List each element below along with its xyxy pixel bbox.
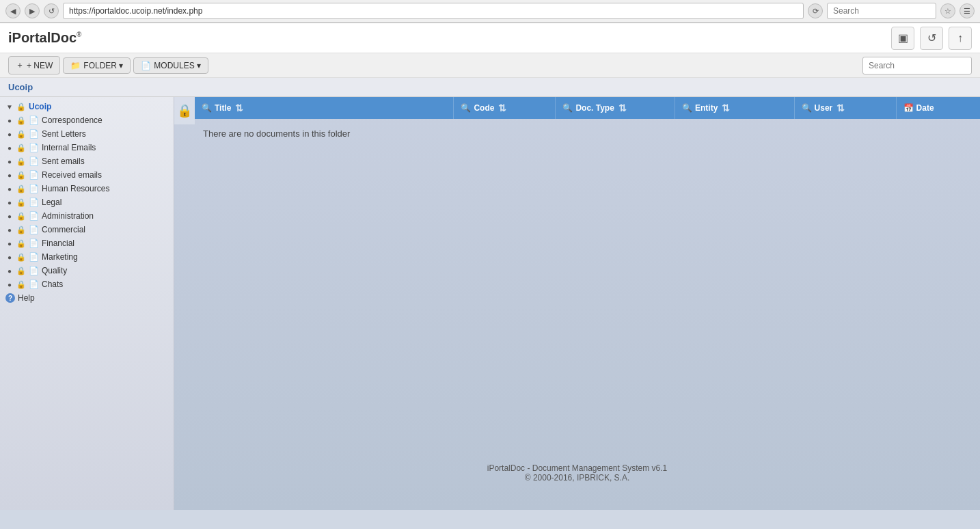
lock-icon-legal: 🔒 (16, 198, 26, 207)
lock-icon-commercial: 🔒 (16, 226, 26, 234)
sidebar-label-received-emails: Received emails (42, 170, 102, 180)
expand-icon-commercial: ● (5, 226, 14, 234)
expand-icon-chats: ● (5, 280, 14, 288)
search-icon-doc-type: 🔍 (562, 103, 573, 113)
sidebar-label-commercial: Commercial (42, 225, 85, 234)
content-area: 🔒 🔍 Title ⇅ 🔍 Code ⇅ 🔍 Doc. Type ⇅ (174, 97, 980, 510)
sidebar-item-correspondence[interactable]: ● 🔒 📄 Correspondence (0, 113, 174, 127)
folder-label: FOLDER ▾ (83, 61, 123, 70)
browser-search-input[interactable] (827, 3, 936, 19)
folder-icon-sent-emails: 📄 (29, 157, 39, 166)
expand-icon-financial: ● (5, 239, 14, 247)
sidebar-item-administration[interactable]: ● 🔒 📄 Administration (0, 209, 174, 223)
col-date-label: Date (916, 103, 934, 113)
sidebar-item-financial[interactable]: ● 🔒 📄 Financial (0, 236, 174, 250)
reload-action-button[interactable]: ⟳ (808, 3, 823, 18)
sidebar-item-legal[interactable]: ● 🔒 📄 Legal (0, 195, 174, 209)
modules-label: MODULES ▾ (154, 61, 201, 70)
sidebar-item-quality[interactable]: ● 🔒 📄 Quality (0, 264, 174, 277)
folder-icon-received-emails: 📄 (29, 170, 39, 180)
sidebar-label-marketing: Marketing (42, 252, 78, 262)
col-header-date[interactable]: 📅 Date (897, 97, 980, 119)
folder-icon-internal-emails: 📄 (29, 143, 39, 152)
col-header-doc-type[interactable]: 🔍 Doc. Type ⇅ (556, 97, 675, 119)
col-header-code[interactable]: 🔍 Code ⇅ (454, 97, 556, 119)
reload-button[interactable]: ↺ (44, 3, 59, 18)
sidebar-label-sent-letters: Sent Letters (42, 129, 86, 139)
expand-icon-internal-emails: ● (5, 144, 14, 152)
content-footer: iPortalDoc - Document Management System … (174, 463, 980, 483)
lock-icon-sent-emails: 🔒 (16, 157, 26, 166)
sidebar-item-human-resources[interactable]: ● 🔒 📄 Human Resources (0, 182, 174, 195)
sidebar-label-correspondence: Correspondence (42, 116, 103, 125)
new-button[interactable]: ＋ + NEW (8, 56, 60, 74)
document-table: 🔍 Title ⇅ 🔍 Code ⇅ 🔍 Doc. Type ⇅ 🔍 Entit… (195, 97, 980, 148)
folder-icon-legal: 📄 (29, 198, 39, 207)
breadcrumb: Ucoip (0, 78, 980, 97)
sidebar-item-internal-emails[interactable]: ● 🔒 📄 Internal Emails (0, 141, 174, 154)
expand-icon-quality: ● (5, 267, 14, 275)
header-icons: ▣ ↺ ↑ (891, 27, 972, 50)
col-header-user[interactable]: 🔍 User ⇅ (795, 97, 897, 119)
app-logo: iPortalDoc® (8, 30, 81, 46)
url-bar[interactable] (63, 3, 804, 19)
bookmark-button[interactable]: ☆ (940, 3, 955, 18)
col-header-title[interactable]: 🔍 Title ⇅ (195, 97, 454, 119)
expand-icon-sent-emails: ● (5, 157, 14, 165)
sort-icon-doc-type: ⇅ (618, 103, 627, 113)
expand-icon-human-resources: ● (5, 185, 14, 193)
header-icon-grid[interactable]: ▣ (891, 27, 914, 50)
folder-icon-chats: 📄 (29, 280, 39, 289)
menu-button[interactable]: ☰ (959, 3, 975, 18)
breadcrumb-label[interactable]: Ucoip (8, 82, 33, 92)
search-icon-title: 🔍 (202, 103, 212, 113)
expand-icon-administration: ● (5, 212, 14, 220)
footer-line1: iPortalDoc - Document Management System … (174, 463, 980, 473)
back-button[interactable]: ◀ (5, 3, 21, 18)
toolbar-search-input[interactable] (862, 57, 972, 74)
sidebar-item-marketing[interactable]: ● 🔒 📄 Marketing (0, 250, 174, 264)
sidebar-root-label: Ucoip (29, 102, 51, 111)
modules-button[interactable]: 📄 MODULES ▾ (133, 57, 208, 74)
header-icon-refresh[interactable]: ↺ (920, 27, 943, 50)
expand-icon-correspondence: ● (5, 116, 14, 124)
sidebar-label-administration: Administration (42, 211, 94, 221)
sidebar-item-sent-letters[interactable]: ● 🔒 📄 Sent Letters (0, 127, 174, 141)
lock-icon-ucoip: 🔒 (16, 103, 26, 111)
logo-text: iPortalDoc (8, 30, 77, 45)
folder-button[interactable]: 📁 FOLDER ▾ (63, 57, 131, 74)
footer-line2: © 2000-2016, IPBRICK, S.A. (174, 473, 980, 483)
empty-message: There are no documents in this folder (195, 119, 980, 148)
lock-icon-correspondence: 🔒 (16, 116, 26, 125)
col-user-label: User (815, 103, 833, 113)
folder-icon-commercial: 📄 (29, 225, 39, 234)
folder-icon: 📁 (70, 61, 81, 70)
sidebar-item-ucoip[interactable]: ▼ 🔒 Ucoip (0, 100, 174, 113)
col-title-label: Title (215, 103, 231, 113)
sidebar-item-sent-emails[interactable]: ● 🔒 📄 Sent emails (0, 154, 174, 168)
lock-float-icon: 🔒 (174, 97, 195, 124)
help-icon: ? (5, 293, 15, 303)
modules-icon: 📄 (141, 61, 151, 70)
folder-icon-administration: 📄 (29, 211, 39, 221)
sidebar-item-help[interactable]: ? Help (0, 291, 174, 305)
folder-icon-human-resources: 📄 (29, 184, 39, 193)
sort-icon-user: ⇅ (836, 103, 845, 113)
sidebar-item-commercial[interactable]: ● 🔒 📄 Commercial (0, 223, 174, 236)
app-header: iPortalDoc® ▣ ↺ ↑ (0, 23, 980, 53)
sort-icon-title: ⇅ (235, 103, 243, 113)
folder-icon-quality: 📄 (29, 266, 39, 275)
expand-icon: ▼ (5, 103, 14, 111)
sidebar-item-received-emails[interactable]: ● 🔒 📄 Received emails (0, 168, 174, 182)
main-layout: ▼ 🔒 Ucoip ● 🔒 📄 Correspondence ● 🔒 📄 Sen… (0, 97, 980, 510)
folder-icon-sent-letters: 📄 (29, 129, 39, 139)
search-icon-user: 🔍 (802, 103, 812, 113)
forward-button[interactable]: ▶ (25, 3, 40, 18)
search-icon-code: 🔍 (461, 103, 471, 113)
lock-icon-quality: 🔒 (16, 267, 26, 275)
new-label: + NEW (27, 61, 53, 70)
header-icon-upload[interactable]: ↑ (949, 27, 972, 50)
sidebar-item-chats[interactable]: ● 🔒 📄 Chats (0, 277, 174, 291)
col-header-entity[interactable]: 🔍 Entity ⇅ (675, 97, 795, 119)
lock-icon-human-resources: 🔒 (16, 185, 26, 193)
